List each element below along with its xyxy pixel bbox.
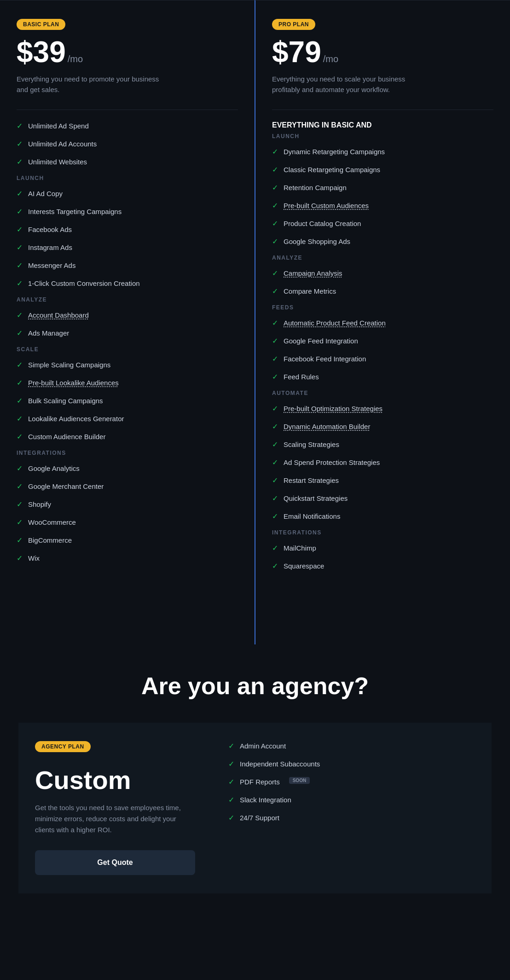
feature-label: Bulk Scaling Campaigns (28, 396, 103, 406)
list-item: ✓ Instagram Ads (17, 243, 238, 252)
feature-label: Pre-built Lookalike Audiences (28, 378, 119, 388)
pro-everything-header: EVERYTHING IN BASIC AND (272, 121, 493, 129)
pro-launch-header: LAUNCH (272, 133, 493, 139)
list-item: ✓ Automatic Product Feed Creation (272, 318, 493, 328)
feature-label: Scaling Strategies (284, 440, 339, 449)
list-item: ✓ Feed Rules (272, 372, 493, 382)
list-item: ✓ Admin Account (228, 741, 475, 751)
feature-label: 1-Click Custom Conversion Creation (28, 278, 140, 288)
check-icon: ✓ (272, 201, 278, 210)
check-icon: ✓ (272, 458, 278, 467)
feature-label: Ads Manager (28, 328, 69, 338)
list-item: ✓ Dynamic Automation Builder (272, 422, 493, 431)
feature-label: Automatic Product Feed Creation (284, 318, 386, 328)
plans-section: BASIC PLAN $39 /mo Everything you need t… (0, 0, 510, 644)
feature-label: Facebook Ads (28, 225, 72, 234)
check-icon: ✓ (17, 122, 23, 130)
pro-integrations-header: INTEGRATIONS (272, 529, 493, 536)
check-icon: ✓ (17, 414, 23, 423)
check-icon: ✓ (272, 219, 278, 228)
agency-plan-name: Custom (35, 765, 195, 795)
check-icon: ✓ (228, 795, 234, 804)
check-icon: ✓ (272, 336, 278, 345)
basic-core-features: ✓ Unlimited Ad Spend ✓ Unlimited Ad Acco… (17, 121, 238, 167)
list-item: ✓ WooCommerce (17, 517, 238, 527)
list-item: ✓ Google Feed Integration (272, 336, 493, 346)
agency-card: AGENCY PLAN Custom Get the tools you nee… (18, 723, 492, 893)
list-item: ✓ Ad Spend Protection Strategies (272, 458, 493, 467)
basic-price-amount: $39 (17, 37, 66, 67)
list-item: ✓ Wix (17, 553, 238, 563)
agency-right-panel: ✓ Admin Account ✓ Independent Subaccount… (212, 723, 492, 893)
feature-label: Product Catalog Creation (284, 219, 361, 228)
feature-label: Restart Strategies (284, 476, 339, 485)
pro-automate-header: AUTOMATE (272, 390, 493, 396)
pro-feeds-features: ✓ Automatic Product Feed Creation ✓ Goog… (272, 318, 493, 382)
basic-integrations-features: ✓ Google Analytics ✓ Google Merchant Cen… (17, 464, 238, 563)
feature-label: Unlimited Ad Spend (28, 121, 89, 131)
feature-label: Pre-built Optimization Strategies (284, 404, 382, 413)
check-icon: ✓ (228, 742, 234, 750)
check-icon: ✓ (17, 189, 23, 198)
check-icon: ✓ (228, 777, 234, 786)
feature-label: Google Analytics (28, 464, 80, 473)
check-icon: ✓ (272, 494, 278, 503)
list-item: ✓ Slack Integration (228, 795, 475, 805)
list-item: ✓ Google Merchant Center (17, 481, 238, 491)
check-icon: ✓ (272, 512, 278, 521)
pro-launch-features: ✓ Dynamic Retargeting Campaigns ✓ Classi… (272, 147, 493, 246)
check-icon: ✓ (17, 157, 23, 166)
check-icon: ✓ (272, 476, 278, 485)
list-item: ✓ Pre-built Optimization Strategies (272, 404, 493, 413)
feature-label: Google Shopping Ads (284, 237, 350, 246)
basic-scale-header: SCALE (17, 346, 238, 353)
pro-plan-price: $79 /mo (272, 37, 493, 67)
pro-plan-badge: PRO PLAN (272, 19, 315, 30)
basic-plan-column: BASIC PLAN $39 /mo Everything you need t… (0, 0, 255, 644)
check-icon: ✓ (272, 404, 278, 413)
pro-plan-column: PRO PLAN $79 /mo Everything you need to … (255, 0, 510, 644)
feature-label: Squarespace (284, 561, 324, 571)
check-icon: ✓ (17, 225, 23, 234)
check-icon: ✓ (17, 536, 23, 545)
list-item: ✓ Google Shopping Ads (272, 237, 493, 246)
get-quote-button[interactable]: Get Quote (35, 850, 195, 875)
basic-integrations-header: INTEGRATIONS (17, 450, 238, 456)
list-item: ✓ Restart Strategies (272, 476, 493, 485)
list-item: ✓ Scaling Strategies (272, 440, 493, 449)
list-item: ✓ Campaign Analysis (272, 268, 493, 278)
pro-automate-features: ✓ Pre-built Optimization Strategies ✓ Dy… (272, 404, 493, 521)
list-item: ✓ AI Ad Copy (17, 189, 238, 198)
basic-scale-features: ✓ Simple Scaling Campaigns ✓ Pre-built L… (17, 360, 238, 441)
list-item: ✓ Unlimited Ad Spend (17, 121, 238, 131)
feature-label: Dynamic Retargeting Campaigns (284, 147, 385, 157)
list-item: ✓ Dynamic Retargeting Campaigns (272, 147, 493, 157)
check-icon: ✓ (272, 562, 278, 570)
pro-feeds-header: FEEDS (272, 304, 493, 311)
list-item: ✓ PDF Reports SOON (228, 777, 475, 787)
check-icon: ✓ (272, 183, 278, 192)
list-item: ✓ Classic Retargeting Campaigns (272, 165, 493, 174)
list-item: ✓ Ads Manager (17, 328, 238, 338)
check-icon: ✓ (272, 237, 278, 246)
feature-label: Simple Scaling Campaigns (28, 360, 110, 370)
feature-label: Lookalike Audiences Generator (28, 414, 124, 423)
list-item: ✓ MailChimp (272, 543, 493, 553)
list-item: ✓ Squarespace (272, 561, 493, 571)
feature-label: Pre-built Custom Audiences (284, 201, 369, 210)
feature-label: Unlimited Websites (28, 157, 87, 167)
list-item: ✓ Account Dashboard (17, 310, 238, 320)
check-icon: ✓ (228, 760, 234, 768)
pro-analyze-features: ✓ Campaign Analysis ✓ Compare Metrics (272, 268, 493, 296)
check-icon: ✓ (17, 139, 23, 148)
check-icon: ✓ (17, 432, 23, 441)
feature-label: MailChimp (284, 543, 316, 553)
feature-label: Quickstart Strategies (284, 493, 348, 503)
feature-label: BigCommerce (28, 535, 72, 545)
check-icon: ✓ (272, 372, 278, 381)
check-icon: ✓ (17, 261, 23, 270)
basic-divider (17, 110, 238, 110)
feature-label: Instagram Ads (28, 243, 72, 252)
check-icon: ✓ (272, 422, 278, 431)
list-item: ✓ Compare Metrics (272, 286, 493, 296)
